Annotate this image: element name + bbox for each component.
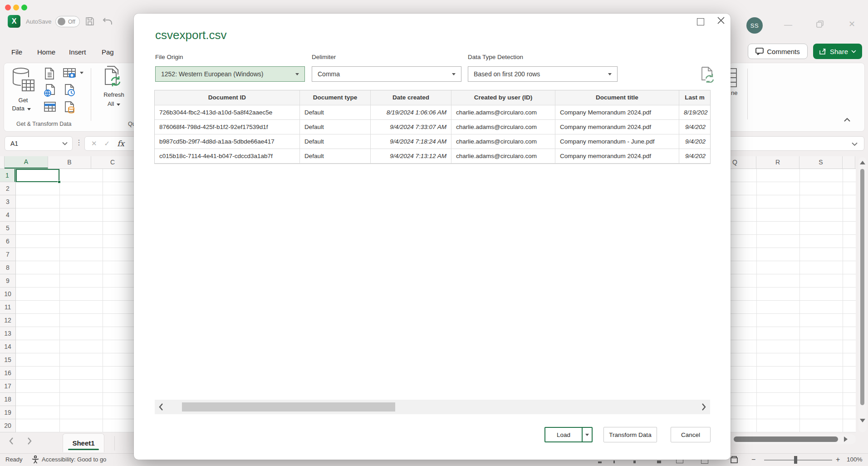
- row-header-1[interactable]: 1: [0, 169, 15, 182]
- row-header-7[interactable]: 7: [0, 248, 15, 261]
- avatar[interactable]: SS: [746, 17, 763, 34]
- column-headers-right[interactable]: QRS: [731, 156, 856, 169]
- name-box-options[interactable]: ⋮: [75, 138, 83, 147]
- row-headers[interactable]: 1234567891011121314151617181920: [0, 169, 16, 432]
- menu-tab-home[interactable]: Home: [37, 48, 55, 56]
- row-header-12[interactable]: 12: [0, 314, 15, 327]
- name-box[interactable]: A1: [5, 136, 73, 151]
- window-restore-icon[interactable]: [816, 20, 824, 28]
- scroll-left-icon[interactable]: [158, 403, 164, 411]
- row-header-5[interactable]: 5: [0, 222, 15, 235]
- row-header-18[interactable]: 18: [0, 393, 15, 406]
- formula-bar-expand-area[interactable]: [725, 136, 864, 151]
- row-header-10[interactable]: 10: [0, 288, 15, 301]
- row-header-16[interactable]: 16: [0, 367, 15, 380]
- row-header-13[interactable]: 13: [0, 327, 15, 340]
- row-header-17[interactable]: 17: [0, 380, 15, 393]
- column-header-c[interactable]: C: [91, 156, 134, 169]
- column-header-2[interactable]: Date created: [371, 90, 451, 105]
- delimiter-select[interactable]: Comma: [312, 66, 461, 82]
- row-header-19[interactable]: 19: [0, 406, 15, 419]
- row-header-3[interactable]: 3: [0, 195, 15, 208]
- status-accessibility[interactable]: Accessibility: Good to go: [42, 456, 106, 463]
- transform-data-button[interactable]: Transform Data: [603, 427, 657, 442]
- select-all-corner[interactable]: [0, 156, 5, 169]
- load-button[interactable]: Load: [545, 428, 582, 441]
- row-header-9[interactable]: 9: [0, 274, 15, 288]
- refresh-all-icon[interactable]: [103, 65, 125, 89]
- existing-connections-icon[interactable]: [64, 101, 76, 114]
- column-header-5[interactable]: Last m: [679, 90, 710, 105]
- row-header-11[interactable]: 11: [0, 301, 15, 314]
- window-minimize-icon[interactable]: —: [784, 20, 792, 30]
- column-header-4[interactable]: Document title: [555, 90, 679, 105]
- refresh-all-label1[interactable]: Refresh: [98, 91, 130, 99]
- column-header-q[interactable]: Q: [731, 156, 756, 169]
- get-data-button-label2[interactable]: Data: [5, 104, 38, 112]
- view-normal-icon-partial[interactable]: [701, 460, 708, 464]
- zoom-in-button[interactable]: +: [836, 456, 840, 464]
- vertical-scroll-thumb[interactable]: [860, 169, 864, 405]
- load-dropdown-button[interactable]: [582, 428, 592, 441]
- row-header-20[interactable]: 20: [0, 419, 15, 432]
- scroll-right-icon[interactable]: [844, 436, 848, 442]
- chevron-down-icon[interactable]: [80, 72, 83, 74]
- row-header-2[interactable]: 2: [0, 182, 15, 195]
- scroll-down-icon[interactable]: [860, 419, 865, 422]
- share-button[interactable]: Share: [813, 44, 862, 59]
- column-header-b[interactable]: B: [48, 156, 91, 169]
- view-page-layout-icon[interactable]: [730, 455, 739, 464]
- menu-tab-insert[interactable]: Insert: [69, 48, 86, 56]
- sheet-nav-next-icon[interactable]: [26, 437, 33, 445]
- refresh-all-label2[interactable]: All: [98, 100, 130, 108]
- get-data-button-label1[interactable]: Get: [11, 96, 35, 104]
- column-header-0[interactable]: Document ID: [155, 90, 300, 105]
- dialog-close-icon[interactable]: [715, 15, 727, 26]
- accessibility-icon[interactable]: [31, 455, 40, 464]
- cells-area-left[interactable]: [16, 169, 134, 432]
- refresh-preview-icon[interactable]: [700, 66, 715, 83]
- zoom-out-button[interactable]: −: [751, 456, 755, 464]
- from-picture-icon[interactable]: [63, 67, 76, 80]
- fill-handle[interactable]: [58, 180, 61, 183]
- column-header-partial[interactable]: [843, 156, 855, 169]
- undo-icon[interactable]: [102, 15, 113, 27]
- column-header-a[interactable]: A: [5, 156, 48, 169]
- collapse-ribbon-icon[interactable]: [843, 118, 851, 122]
- insert-function-icon[interactable]: fx: [117, 139, 124, 148]
- dialog-hscroll-thumb[interactable]: [182, 402, 395, 411]
- scroll-right-icon[interactable]: [701, 403, 706, 411]
- mac-close-button[interactable]: [5, 5, 11, 10]
- file-origin-select[interactable]: 1252: Western European (Windows): [155, 66, 305, 82]
- from-table-range-icon[interactable]: [44, 101, 56, 113]
- get-data-icon[interactable]: [11, 66, 35, 95]
- cancel-button[interactable]: Cancel: [671, 427, 711, 442]
- sheet-horizontal-scrollbar[interactable]: [731, 434, 856, 444]
- formula-bar-expand-icon[interactable]: [852, 142, 858, 146]
- worksheet-grid-left[interactable]: ABC 1234567891011121314151617181920: [0, 156, 134, 432]
- from-web-icon[interactable]: [44, 84, 56, 97]
- cells-area-right[interactable]: [731, 169, 856, 432]
- formula-enter-icon[interactable]: ✓: [104, 139, 110, 148]
- save-icon[interactable]: [84, 16, 95, 27]
- zoom-slider-thumb[interactable]: [794, 456, 797, 464]
- data-type-detection-select[interactable]: Based on first 200 rows: [468, 66, 618, 82]
- row-header-4[interactable]: 4: [0, 208, 15, 222]
- worksheet-grid-right[interactable]: QRS: [731, 156, 856, 432]
- dialog-maximize-icon[interactable]: [697, 18, 704, 25]
- mac-zoom-button[interactable]: [21, 5, 27, 10]
- column-header-r[interactable]: R: [756, 156, 799, 169]
- column-headers-left[interactable]: ABC: [5, 156, 134, 169]
- selected-cell-a1[interactable]: [16, 169, 59, 182]
- scroll-up-icon[interactable]: [860, 161, 865, 164]
- window-close-icon[interactable]: ✕: [848, 19, 855, 29]
- from-text-csv-icon[interactable]: [44, 67, 55, 80]
- row-header-6[interactable]: 6: [0, 235, 15, 248]
- column-header-1[interactable]: Document type: [300, 90, 371, 105]
- zoom-level[interactable]: 100%: [847, 456, 863, 463]
- sheet-hscroll-thumb[interactable]: [734, 436, 838, 442]
- comments-button[interactable]: Comments: [748, 44, 808, 59]
- column-header-s[interactable]: S: [799, 156, 843, 169]
- recent-sources-icon[interactable]: [64, 84, 76, 97]
- row-header-8[interactable]: 8: [0, 261, 15, 274]
